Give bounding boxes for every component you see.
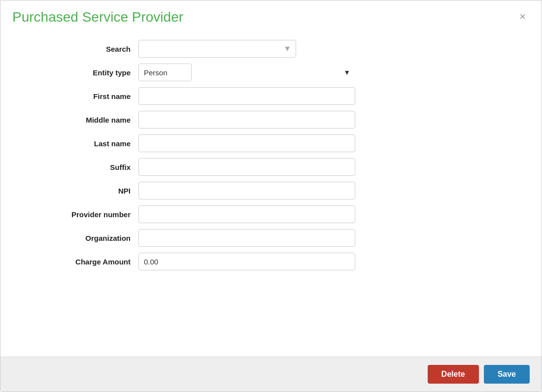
suffix-input[interactable] [138, 158, 355, 176]
organization-label: Organization [20, 234, 138, 242]
first-name-input[interactable] [138, 87, 355, 105]
modal-header: Purchased Service Provider × [0, 0, 542, 30]
charge-amount-label: Charge Amount [20, 258, 138, 266]
entity-type-chevron-icon: ▼ [343, 68, 350, 76]
provider-number-input[interactable] [138, 205, 355, 223]
entity-type-label: Entity type [20, 68, 138, 77]
first-name-label: First name [20, 92, 138, 100]
provider-number-row: Provider number [20, 205, 522, 223]
suffix-label: Suffix [20, 163, 138, 171]
search-row: Search ▼ [20, 40, 522, 58]
last-name-input[interactable] [138, 134, 355, 152]
first-name-row: First name [20, 87, 522, 105]
close-button[interactable]: × [515, 9, 530, 24]
delete-button[interactable]: Delete [428, 365, 479, 384]
suffix-row: Suffix [20, 158, 522, 176]
npi-input[interactable] [138, 182, 355, 199]
last-name-row: Last name [20, 134, 522, 152]
middle-name-input[interactable] [138, 111, 355, 129]
entity-type-row: Entity type Person Organization ▼ [20, 64, 522, 81]
modal-body: Search ▼ Entity type Person Organization… [0, 30, 542, 357]
save-button[interactable]: Save [484, 365, 530, 384]
npi-label: NPI [20, 187, 138, 195]
search-input[interactable] [138, 40, 296, 58]
middle-name-label: Middle name [20, 116, 138, 124]
provider-number-label: Provider number [20, 210, 138, 219]
charge-amount-row: Charge Amount [20, 253, 522, 270]
organization-row: Organization [20, 229, 522, 247]
last-name-label: Last name [20, 139, 138, 148]
middle-name-row: Middle name [20, 111, 522, 129]
entity-type-select[interactable]: Person Organization [138, 64, 192, 81]
modal-footer: Delete Save [0, 357, 542, 392]
modal-container: Purchased Service Provider × Search ▼ En… [0, 0, 542, 392]
npi-row: NPI [20, 182, 522, 199]
search-label: Search [20, 45, 138, 53]
modal-title: Purchased Service Provider [12, 9, 183, 25]
organization-input[interactable] [138, 229, 355, 247]
entity-type-wrapper: Person Organization ▼ [138, 64, 355, 81]
search-wrapper: ▼ [138, 40, 296, 58]
charge-amount-input[interactable] [138, 253, 355, 270]
